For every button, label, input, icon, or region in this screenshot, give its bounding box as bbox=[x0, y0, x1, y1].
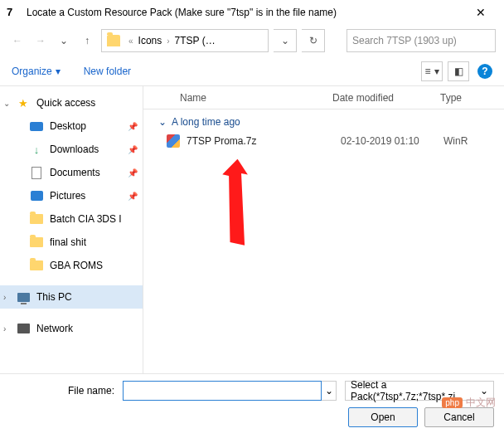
documents-icon bbox=[32, 167, 41, 179]
organize-label: Organize bbox=[12, 66, 52, 77]
file-row[interactable]: 7TSP Proma.7z 02-10-2019 01:10 WinR bbox=[143, 131, 504, 151]
pc-icon bbox=[17, 293, 30, 302]
sidebar-item-label: Network bbox=[36, 323, 73, 334]
pin-icon: 📌 bbox=[128, 122, 138, 131]
column-headers: Name Date modified Type bbox=[143, 86, 504, 110]
filename-label: File name: bbox=[68, 385, 114, 397]
cancel-button[interactable]: Cancel bbox=[424, 407, 494, 427]
sidebar-item-label: Documents bbox=[50, 167, 100, 178]
folder-icon bbox=[30, 260, 43, 270]
sidebar-item-label: Downloads bbox=[50, 144, 99, 155]
sidebar-quick-access[interactable]: ⌄ ★ Quick access bbox=[0, 91, 143, 114]
desktop-icon bbox=[30, 122, 43, 131]
file-name: 7TSP Proma.7z bbox=[187, 135, 336, 147]
sidebar-item-downloads[interactable]: ↓ Downloads 📌 bbox=[0, 138, 143, 161]
chevron-down-icon: ▾ bbox=[434, 66, 439, 77]
sidebar-this-pc[interactable]: › This PC bbox=[0, 285, 143, 309]
close-button[interactable]: ✕ bbox=[464, 6, 497, 19]
pictures-icon bbox=[31, 191, 43, 201]
downloads-icon: ↓ bbox=[30, 143, 43, 156]
help-button[interactable]: ? bbox=[477, 64, 492, 79]
file-type: WinR bbox=[443, 135, 468, 147]
breadcrumb-overflow: « bbox=[125, 36, 137, 46]
sidebar-item-desktop[interactable]: Desktop 📌 bbox=[0, 114, 143, 138]
sidebar-item-label: This PC bbox=[36, 291, 72, 303]
pin-icon: 📌 bbox=[128, 192, 138, 201]
archive-icon bbox=[167, 134, 180, 148]
sidebar-item-label: Batch CIA 3DS I bbox=[50, 213, 122, 225]
chevron-down-icon[interactable]: ⌄ bbox=[3, 99, 10, 108]
history-dropdown[interactable]: ⌄ bbox=[55, 32, 73, 50]
back-button[interactable]: ← bbox=[8, 32, 27, 50]
chevron-down-icon: ⌄ bbox=[158, 116, 167, 128]
folder-icon bbox=[30, 237, 43, 247]
forward-button[interactable]: → bbox=[32, 32, 50, 50]
pin-icon: 📌 bbox=[128, 168, 138, 178]
breadcrumb[interactable]: « Icons › 7TSP (… bbox=[101, 29, 269, 52]
sidebar-item-label: GBA ROMS bbox=[50, 260, 103, 271]
breadcrumb-crumb-7tsp[interactable]: 7TSP (… bbox=[173, 35, 217, 46]
refresh-button[interactable]: ↻ bbox=[302, 29, 325, 52]
sidebar: ⌄ ★ Quick access Desktop 📌 ↓ Downloads 📌… bbox=[0, 86, 143, 373]
filter-label: Select a Pack(*7tsp*.7z;*7tsp*.zi bbox=[351, 379, 480, 402]
chevron-right-icon[interactable]: › bbox=[3, 324, 6, 333]
sidebar-item-batch[interactable]: Batch CIA 3DS I bbox=[0, 207, 143, 231]
sidebar-item-label: Pictures bbox=[50, 190, 85, 202]
view-options-button[interactable]: ≡ ▾ bbox=[421, 61, 443, 81]
breadcrumb-separator: › bbox=[163, 36, 172, 46]
filename-dropdown[interactable]: ⌄ bbox=[322, 381, 337, 401]
column-type[interactable]: Type bbox=[434, 92, 504, 104]
app-icon: 7 bbox=[7, 6, 20, 19]
preview-icon: ◧ bbox=[454, 66, 463, 77]
chevron-down-icon: ▾ bbox=[56, 66, 61, 77]
file-list[interactable]: Name Date modified Type ⌄ A long time ag… bbox=[143, 86, 504, 373]
folder-icon bbox=[30, 214, 43, 224]
preview-pane-button[interactable]: ◧ bbox=[448, 61, 469, 81]
sidebar-item-documents[interactable]: Documents 📌 bbox=[0, 161, 143, 184]
up-button[interactable]: ↑ bbox=[78, 32, 96, 50]
pin-icon: 📌 bbox=[128, 145, 138, 154]
search-input[interactable]: Search 7TSP (1903 up) bbox=[346, 29, 496, 52]
chevron-right-icon[interactable]: › bbox=[3, 293, 6, 302]
sidebar-item-pictures[interactable]: Pictures 📌 bbox=[0, 184, 143, 207]
filename-input[interactable] bbox=[123, 381, 322, 401]
file-group-header[interactable]: ⌄ A long time ago bbox=[143, 110, 504, 131]
sidebar-item-gba[interactable]: GBA ROMS bbox=[0, 254, 143, 277]
breadcrumb-crumb-icons[interactable]: Icons bbox=[137, 35, 164, 46]
star-icon: ★ bbox=[17, 96, 30, 110]
column-date[interactable]: Date modified bbox=[326, 92, 434, 104]
sidebar-item-label: Desktop bbox=[50, 120, 86, 132]
open-button[interactable]: Open bbox=[348, 407, 418, 427]
organize-menu[interactable]: Organize ▾ bbox=[12, 66, 61, 77]
sidebar-item-label: final shit bbox=[50, 236, 86, 248]
new-folder-button[interactable]: New folder bbox=[84, 66, 131, 77]
breadcrumb-dropdown[interactable]: ⌄ bbox=[274, 29, 297, 52]
network-icon bbox=[17, 324, 30, 333]
sidebar-item-label: Quick access bbox=[36, 97, 95, 109]
sidebar-network[interactable]: › Network bbox=[0, 317, 143, 340]
list-icon: ≡ bbox=[424, 66, 430, 77]
sidebar-item-final[interactable]: final shit bbox=[0, 231, 143, 254]
window-title: Locate a Custom Resource Pack (Make sure… bbox=[27, 7, 464, 18]
group-label: A long time ago bbox=[172, 116, 240, 128]
column-name[interactable]: Name bbox=[143, 92, 326, 104]
file-type-filter[interactable]: Select a Pack(*7tsp*.7z;*7tsp*.zi ⌄ bbox=[345, 381, 494, 401]
folder-icon bbox=[107, 35, 120, 46]
file-date: 02-10-2019 01:10 bbox=[336, 135, 443, 147]
chevron-down-icon: ⌄ bbox=[480, 385, 488, 397]
